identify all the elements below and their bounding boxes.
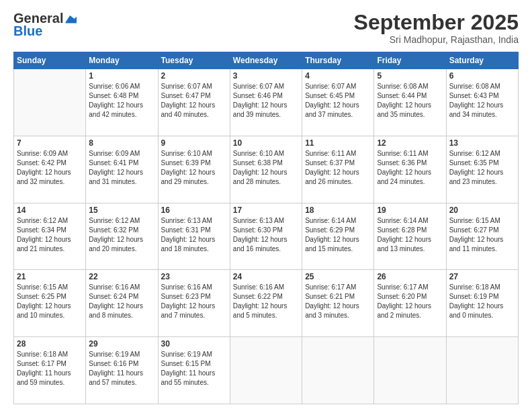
day-info: Sunrise: 6:15 AMSunset: 6:25 PMDaylight:… — [17, 283, 83, 320]
day-info: Sunrise: 6:07 AMSunset: 6:47 PMDaylight:… — [161, 82, 227, 120]
day-number: 10 — [233, 138, 299, 148]
day-number: 21 — [17, 272, 83, 281]
calendar-week-3: 14Sunrise: 6:12 AMSunset: 6:34 PMDayligh… — [14, 203, 519, 270]
calendar-week-5: 28Sunrise: 6:18 AMSunset: 6:17 PMDayligh… — [14, 337, 519, 404]
day-info: Sunrise: 6:16 AMSunset: 6:24 PMDaylight:… — [89, 283, 154, 320]
logo-blue: Blue — [13, 24, 42, 39]
day-info: Sunrise: 6:17 AMSunset: 6:21 PMDaylight:… — [305, 283, 371, 320]
day-info: Sunrise: 6:09 AMSunset: 6:41 PMDaylight:… — [89, 149, 154, 187]
day-number: 19 — [377, 205, 443, 215]
day-number: 7 — [17, 138, 83, 148]
calendar-cell: 2Sunrise: 6:07 AMSunset: 6:47 PMDaylight… — [158, 69, 230, 136]
day-number: 4 — [305, 71, 371, 81]
day-info: Sunrise: 6:11 AMSunset: 6:36 PMDaylight:… — [377, 149, 443, 187]
day-info: Sunrise: 6:19 AMSunset: 6:16 PMDaylight:… — [89, 350, 154, 387]
calendar-dow-wednesday: Wednesday — [230, 52, 302, 69]
calendar-cell: 3Sunrise: 6:07 AMSunset: 6:46 PMDaylight… — [230, 69, 302, 136]
calendar-cell: 26Sunrise: 6:17 AMSunset: 6:20 PMDayligh… — [374, 270, 446, 337]
day-number: 23 — [161, 272, 227, 281]
day-info: Sunrise: 6:07 AMSunset: 6:46 PMDaylight:… — [233, 82, 299, 120]
calendar-dow-saturday: Saturday — [446, 52, 518, 69]
calendar-dow-thursday: Thursday — [302, 52, 374, 69]
calendar-cell — [302, 337, 374, 404]
calendar-cell: 21Sunrise: 6:15 AMSunset: 6:25 PMDayligh… — [14, 270, 86, 337]
day-number: 12 — [377, 138, 443, 148]
calendar-cell: 6Sunrise: 6:08 AMSunset: 6:43 PMDaylight… — [446, 69, 518, 136]
calendar-cell: 27Sunrise: 6:18 AMSunset: 6:19 PMDayligh… — [446, 270, 518, 337]
calendar-cell: 28Sunrise: 6:18 AMSunset: 6:17 PMDayligh… — [14, 337, 86, 404]
calendar-cell: 1Sunrise: 6:06 AMSunset: 6:48 PMDaylight… — [86, 69, 158, 136]
calendar-cell: 30Sunrise: 6:19 AMSunset: 6:15 PMDayligh… — [158, 337, 230, 404]
day-number: 9 — [161, 138, 227, 148]
calendar-cell: 10Sunrise: 6:10 AMSunset: 6:38 PMDayligh… — [230, 136, 302, 203]
day-number: 6 — [449, 71, 515, 81]
calendar-cell: 29Sunrise: 6:19 AMSunset: 6:16 PMDayligh… — [86, 337, 158, 404]
day-info: Sunrise: 6:11 AMSunset: 6:37 PMDaylight:… — [305, 149, 371, 187]
day-number: 24 — [233, 272, 299, 281]
calendar-cell: 4Sunrise: 6:07 AMSunset: 6:45 PMDaylight… — [302, 69, 374, 136]
calendar-dow-monday: Monday — [86, 52, 158, 69]
calendar-dow-tuesday: Tuesday — [158, 52, 230, 69]
day-number: 29 — [89, 339, 154, 349]
calendar-week-2: 7Sunrise: 6:09 AMSunset: 6:42 PMDaylight… — [14, 136, 519, 203]
calendar-cell: 23Sunrise: 6:16 AMSunset: 6:23 PMDayligh… — [158, 270, 230, 337]
calendar-cell — [374, 337, 446, 404]
logo-icon — [64, 14, 77, 24]
day-number: 13 — [449, 138, 515, 148]
calendar-cell: 7Sunrise: 6:09 AMSunset: 6:42 PMDaylight… — [14, 136, 86, 203]
calendar-cell: 17Sunrise: 6:13 AMSunset: 6:30 PMDayligh… — [230, 203, 302, 270]
calendar-cell: 12Sunrise: 6:11 AMSunset: 6:36 PMDayligh… — [374, 136, 446, 203]
day-number: 27 — [449, 272, 515, 281]
title-block: September 2025 Sri Madhopur, Rajasthan, … — [354, 11, 519, 45]
day-number: 26 — [377, 272, 443, 281]
day-info: Sunrise: 6:18 AMSunset: 6:19 PMDaylight:… — [449, 283, 515, 320]
day-number: 20 — [449, 205, 515, 215]
calendar-cell: 5Sunrise: 6:08 AMSunset: 6:44 PMDaylight… — [374, 69, 446, 136]
day-info: Sunrise: 6:13 AMSunset: 6:31 PMDaylight:… — [161, 216, 227, 254]
page: General Blue September 2025 Sri Madhopur… — [0, 0, 532, 411]
day-info: Sunrise: 6:12 AMSunset: 6:35 PMDaylight:… — [449, 149, 515, 187]
day-number: 14 — [17, 205, 83, 215]
calendar-dow-sunday: Sunday — [14, 52, 86, 69]
calendar-cell: 22Sunrise: 6:16 AMSunset: 6:24 PMDayligh… — [86, 270, 158, 337]
day-info: Sunrise: 6:09 AMSunset: 6:42 PMDaylight:… — [17, 149, 83, 187]
calendar-cell: 15Sunrise: 6:12 AMSunset: 6:32 PMDayligh… — [86, 203, 158, 270]
day-info: Sunrise: 6:14 AMSunset: 6:29 PMDaylight:… — [305, 216, 371, 254]
header: General Blue September 2025 Sri Madhopur… — [13, 11, 519, 45]
day-number: 11 — [305, 138, 371, 148]
day-number: 8 — [89, 138, 154, 148]
day-info: Sunrise: 6:07 AMSunset: 6:45 PMDaylight:… — [305, 82, 371, 120]
day-number: 28 — [17, 339, 83, 349]
day-number: 16 — [161, 205, 227, 215]
day-number: 3 — [233, 71, 299, 81]
day-number: 15 — [89, 205, 154, 215]
day-number: 2 — [161, 71, 227, 81]
day-info: Sunrise: 6:18 AMSunset: 6:17 PMDaylight:… — [17, 350, 83, 387]
day-info: Sunrise: 6:16 AMSunset: 6:22 PMDaylight:… — [233, 283, 299, 320]
calendar-cell: 9Sunrise: 6:10 AMSunset: 6:39 PMDaylight… — [158, 136, 230, 203]
calendar-header-row: SundayMondayTuesdayWednesdayThursdayFrid… — [14, 52, 519, 69]
day-info: Sunrise: 6:06 AMSunset: 6:48 PMDaylight:… — [89, 82, 154, 120]
day-info: Sunrise: 6:08 AMSunset: 6:43 PMDaylight:… — [449, 82, 515, 120]
calendar-cell: 18Sunrise: 6:14 AMSunset: 6:29 PMDayligh… — [302, 203, 374, 270]
calendar-table: SundayMondayTuesdayWednesdayThursdayFrid… — [13, 52, 519, 404]
day-number: 25 — [305, 272, 371, 281]
calendar-cell: 14Sunrise: 6:12 AMSunset: 6:34 PMDayligh… — [14, 203, 86, 270]
calendar-cell: 13Sunrise: 6:12 AMSunset: 6:35 PMDayligh… — [446, 136, 518, 203]
day-info: Sunrise: 6:15 AMSunset: 6:27 PMDaylight:… — [449, 216, 515, 254]
calendar-cell: 20Sunrise: 6:15 AMSunset: 6:27 PMDayligh… — [446, 203, 518, 270]
location: Sri Madhopur, Rajasthan, India — [354, 34, 519, 45]
calendar-cell: 25Sunrise: 6:17 AMSunset: 6:21 PMDayligh… — [302, 270, 374, 337]
day-info: Sunrise: 6:12 AMSunset: 6:32 PMDaylight:… — [89, 216, 154, 254]
calendar-cell — [230, 337, 302, 404]
calendar-cell — [446, 337, 518, 404]
month-title: September 2025 — [354, 11, 519, 34]
calendar-dow-friday: Friday — [374, 52, 446, 69]
calendar-week-1: 1Sunrise: 6:06 AMSunset: 6:48 PMDaylight… — [14, 69, 519, 136]
calendar-cell: 8Sunrise: 6:09 AMSunset: 6:41 PMDaylight… — [86, 136, 158, 203]
day-info: Sunrise: 6:17 AMSunset: 6:20 PMDaylight:… — [377, 283, 443, 320]
day-number: 30 — [161, 339, 227, 349]
day-info: Sunrise: 6:16 AMSunset: 6:23 PMDaylight:… — [161, 283, 227, 320]
day-info: Sunrise: 6:19 AMSunset: 6:15 PMDaylight:… — [161, 350, 227, 387]
calendar-cell: 11Sunrise: 6:11 AMSunset: 6:37 PMDayligh… — [302, 136, 374, 203]
